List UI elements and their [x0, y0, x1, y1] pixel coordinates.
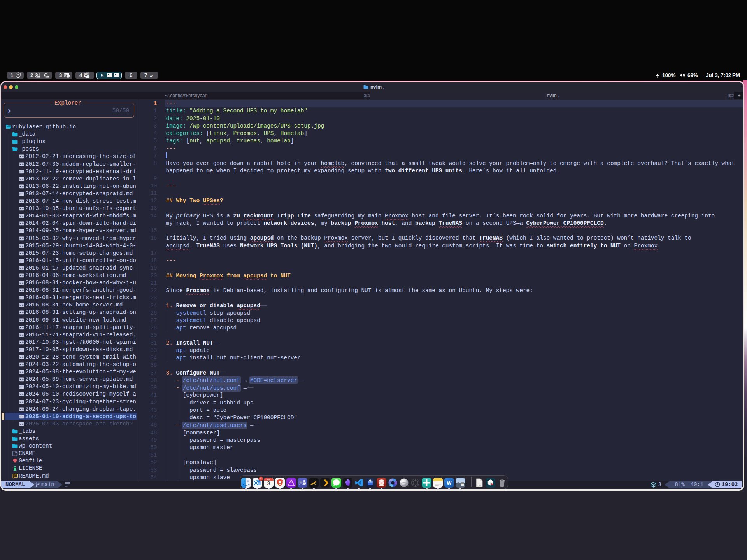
svg-text:W: W — [84, 74, 88, 77]
svg-text:Pro: Pro — [406, 484, 409, 486]
svg-text:CSV: CSV — [477, 484, 481, 486]
